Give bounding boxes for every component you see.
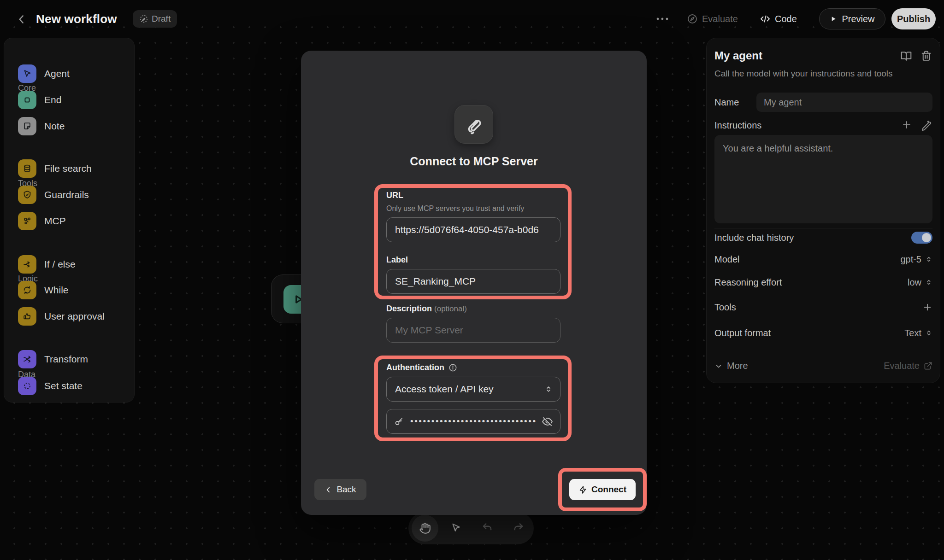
publish-button[interactable]: Publish bbox=[891, 8, 936, 29]
branch-icon bbox=[18, 255, 36, 274]
label-input[interactable] bbox=[386, 269, 560, 294]
palette-item-user-approval[interactable]: User approval bbox=[18, 307, 105, 326]
node-palette: Core Agent End Note Tools File search bbox=[4, 38, 135, 402]
draft-badge: Draft bbox=[133, 10, 177, 28]
url-input[interactable] bbox=[386, 217, 560, 242]
agent-inspector-panel: My agent Call the model with your instru… bbox=[706, 38, 940, 383]
delete-icon[interactable] bbox=[920, 50, 932, 62]
tools-row: Tools bbox=[714, 298, 932, 316]
api-key-masked-value: •••••••••••••••••••••••••••••• bbox=[410, 416, 536, 426]
top-bar: New workflow Draft Evaluate Code bbox=[0, 0, 944, 29]
url-field-label: URL bbox=[386, 191, 403, 200]
generate-instructions-icon[interactable] bbox=[920, 119, 932, 131]
connect-button[interactable]: Connect bbox=[569, 479, 636, 500]
include-chat-history-toggle[interactable] bbox=[911, 232, 932, 244]
eye-off-icon[interactable] bbox=[542, 416, 553, 427]
output-format-value: Text bbox=[904, 328, 921, 338]
palette-item-guardrails[interactable]: Guardrails bbox=[18, 186, 89, 204]
inspector-title: My agent bbox=[714, 49, 762, 62]
toggle-thumb bbox=[922, 233, 931, 242]
api-key-input[interactable]: •••••••••••••••••••••••••••••• bbox=[386, 409, 560, 434]
external-link-icon bbox=[924, 362, 932, 370]
authentication-field-label: Authentication bbox=[386, 363, 457, 373]
description-optional-hint: (optional) bbox=[434, 304, 467, 313]
description-input[interactable] bbox=[386, 318, 560, 343]
palette-item-transform[interactable]: Transform bbox=[18, 350, 88, 368]
thumbs-icon bbox=[18, 307, 36, 326]
palette-item-note[interactable]: Note bbox=[18, 117, 65, 135]
palette-item-end[interactable]: End bbox=[18, 91, 61, 109]
preview-label: Preview bbox=[842, 14, 874, 24]
shield-check-icon bbox=[18, 186, 36, 204]
reasoning-effort-select[interactable]: low bbox=[908, 277, 932, 288]
mcp-server-logo-icon bbox=[454, 105, 493, 144]
evaluate-label: Evaluate bbox=[702, 14, 738, 24]
code-menu[interactable]: Code bbox=[760, 13, 797, 24]
key-icon bbox=[394, 417, 404, 426]
loop-icon bbox=[18, 281, 36, 299]
undo-icon[interactable] bbox=[481, 522, 494, 535]
palette-item-set-state[interactable]: Set state bbox=[18, 377, 83, 395]
label-field-label: Label bbox=[386, 255, 408, 265]
workflow-title: New workflow bbox=[36, 12, 117, 26]
evaluate-icon bbox=[687, 13, 698, 24]
modal-title: Connect to MCP Server bbox=[301, 155, 647, 168]
hand-tool-icon[interactable] bbox=[412, 515, 438, 542]
auth-method-value: Access token / API key bbox=[395, 384, 494, 395]
output-format-row: Output format Text bbox=[714, 324, 932, 342]
auth-method-select[interactable]: Access token / API key bbox=[386, 377, 560, 402]
preview-button[interactable]: Preview bbox=[819, 8, 885, 29]
model-label: Model bbox=[714, 254, 739, 265]
add-tool-icon[interactable] bbox=[922, 302, 932, 312]
name-field-label: Name bbox=[714, 97, 739, 108]
connect-button-label: Connect bbox=[591, 484, 626, 495]
select-tool-icon[interactable] bbox=[450, 522, 463, 535]
info-icon[interactable] bbox=[448, 363, 457, 372]
select-chevrons-icon bbox=[925, 256, 932, 263]
evaluate-link[interactable]: Evaluate bbox=[884, 361, 932, 371]
model-row: Model gpt-5 bbox=[714, 250, 932, 268]
chevron-down-icon bbox=[714, 362, 723, 370]
include-chat-history-label: Include chat history bbox=[714, 233, 794, 243]
duplicate-icon[interactable] bbox=[900, 50, 912, 62]
inspector-subtitle: Call the model with your instructions an… bbox=[714, 69, 893, 79]
tools-label: Tools bbox=[714, 302, 736, 313]
url-help-text: Only use MCP servers you trust and verif… bbox=[386, 204, 524, 213]
publish-label: Publish bbox=[897, 14, 930, 24]
code-icon bbox=[760, 13, 771, 24]
dashed-circle-icon bbox=[18, 377, 36, 395]
canvas-toolbar bbox=[408, 512, 534, 544]
back-chevron-icon[interactable] bbox=[16, 13, 28, 25]
palette-item-file-search[interactable]: File search bbox=[18, 159, 92, 178]
redo-icon[interactable] bbox=[513, 522, 525, 535]
palette-item-while[interactable]: While bbox=[18, 281, 69, 299]
include-chat-history-row: Include chat history bbox=[714, 228, 932, 247]
model-select[interactable]: gpt-5 bbox=[900, 254, 932, 265]
overflow-menu-icon[interactable] bbox=[655, 14, 670, 23]
code-label: Code bbox=[775, 14, 797, 24]
palette-item-if-else[interactable]: If / else bbox=[18, 255, 76, 274]
note-icon bbox=[18, 117, 36, 135]
end-square-icon bbox=[18, 91, 36, 109]
output-format-label: Output format bbox=[714, 328, 771, 338]
nodes-icon bbox=[18, 212, 36, 230]
draft-pencil-icon bbox=[139, 14, 148, 23]
agent-cursor-icon bbox=[18, 64, 36, 83]
output-format-select[interactable]: Text bbox=[904, 328, 932, 338]
instructions-textarea[interactable]: You are a helpful assistant. bbox=[714, 135, 932, 223]
back-icon bbox=[324, 486, 332, 494]
shuffle-icon bbox=[18, 350, 36, 368]
description-field-label: Description (optional) bbox=[386, 304, 467, 314]
palette-item-mcp[interactable]: MCP bbox=[18, 212, 66, 230]
more-expander[interactable]: More bbox=[714, 361, 748, 371]
add-instruction-icon[interactable] bbox=[901, 119, 913, 131]
bolt-icon bbox=[578, 485, 587, 494]
back-button[interactable]: Back bbox=[314, 479, 366, 500]
palette-item-agent[interactable]: Agent bbox=[18, 64, 70, 83]
evaluate-menu[interactable]: Evaluate bbox=[687, 13, 738, 24]
select-chevrons-icon bbox=[925, 329, 932, 337]
agent-name-input[interactable] bbox=[756, 93, 932, 112]
reasoning-effort-value: low bbox=[908, 277, 921, 288]
more-row: More Evaluate bbox=[714, 361, 932, 371]
preview-play-icon bbox=[830, 15, 837, 23]
